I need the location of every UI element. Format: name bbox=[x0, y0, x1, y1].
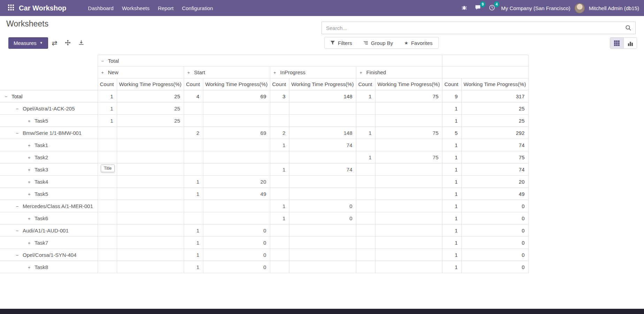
pivot-row-label: Audi/A1/1-AUD-001 bbox=[23, 228, 69, 233]
pivot-cell: 1 bbox=[442, 237, 461, 249]
pivot-row-header[interactable]: −Total bbox=[0, 90, 98, 102]
pivot-cell bbox=[117, 261, 184, 273]
measure-header[interactable]: Count bbox=[270, 78, 289, 90]
pivot-cell bbox=[356, 102, 375, 115]
measure-header[interactable]: Count bbox=[184, 78, 203, 90]
activities-badge: 4 bbox=[494, 1, 500, 7]
pivot-cell bbox=[375, 224, 442, 237]
pivot-table-row: −Opel/Corsa/1-SYN-4041010 bbox=[0, 249, 528, 261]
measure-header[interactable]: Working Time Progress(%) bbox=[375, 78, 442, 90]
search-button[interactable] bbox=[625, 25, 631, 31]
bar-chart-view-button[interactable] bbox=[623, 38, 637, 48]
measure-header[interactable]: Working Time Progress(%) bbox=[203, 78, 270, 90]
pivot-cell: 1 bbox=[442, 200, 461, 212]
pivot-table-row: +Task61010 bbox=[0, 212, 528, 224]
messages-button[interactable]: 9 bbox=[473, 3, 483, 13]
avatar[interactable] bbox=[575, 3, 585, 13]
pivot-row-label: Task2 bbox=[35, 154, 48, 160]
pivot-row-label: Task7 bbox=[35, 240, 48, 246]
apps-menu-button[interactable] bbox=[5, 2, 17, 14]
pivot-cell bbox=[184, 200, 203, 212]
pivot-cell bbox=[203, 200, 270, 212]
pivot-col-header-start[interactable]: +Start bbox=[184, 67, 270, 78]
filters-button[interactable]: Filters bbox=[325, 37, 358, 48]
measures-button[interactable]: Measures ▼ bbox=[8, 37, 48, 49]
pivot-col-header-finished[interactable]: +Finished bbox=[356, 67, 442, 78]
pivot-view-button[interactable] bbox=[610, 38, 623, 48]
nav-item-report[interactable]: Report bbox=[154, 2, 178, 14]
collapse-icon: − bbox=[15, 131, 19, 136]
pivot-row-header[interactable]: −Audi/A1/1-AUD-001 bbox=[0, 224, 98, 237]
pivot-row-header[interactable]: +Task2 bbox=[0, 151, 98, 163]
pivot-cell bbox=[289, 261, 356, 273]
pivot-corner-cell bbox=[0, 55, 98, 90]
nav-item-configuration[interactable]: Configuration bbox=[178, 2, 217, 14]
measure-header[interactable]: Working Time Progress(%) bbox=[289, 78, 356, 90]
pivot-cell bbox=[356, 115, 375, 127]
app-title[interactable]: Car Workshop bbox=[19, 4, 66, 12]
pivot-cell: 0 bbox=[289, 200, 356, 212]
pivot-cell bbox=[98, 200, 117, 212]
flip-axis-button[interactable]: ⇄ bbox=[50, 38, 60, 48]
pivot-row-header[interactable]: −Opel/Corsa/1-SYN-404 bbox=[0, 249, 98, 261]
pivot-cell bbox=[375, 176, 442, 188]
company-selector[interactable]: My Company (San Francisco) bbox=[501, 5, 570, 11]
pivot-cell: 3 bbox=[270, 90, 289, 102]
measure-header[interactable]: Working Time Progress(%) bbox=[117, 78, 184, 90]
expand-all-icon bbox=[65, 40, 71, 47]
measure-header[interactable]: Working Time Progress(%) bbox=[461, 78, 528, 90]
pivot-row-header[interactable]: +Task8 bbox=[0, 261, 98, 273]
pivot-row-header[interactable]: +Task5 bbox=[0, 115, 98, 127]
pivot-cell: 148 bbox=[289, 127, 356, 139]
pivot-row-header[interactable]: +Task6 bbox=[0, 212, 98, 224]
pivot-cell: 75 bbox=[375, 151, 442, 163]
expand-all-button[interactable] bbox=[63, 38, 73, 48]
pivot-cell: 49 bbox=[461, 188, 528, 200]
user-menu[interactable]: Mitchell Admin (db15) bbox=[589, 5, 639, 11]
group-by-button[interactable]: Group By bbox=[358, 37, 399, 48]
pivot-cell bbox=[375, 237, 442, 249]
pivot-cell bbox=[203, 115, 270, 127]
pivot-cell bbox=[117, 139, 184, 151]
nav-item-worksheets[interactable]: Worksheets bbox=[118, 2, 154, 14]
expand-icon: + bbox=[27, 240, 31, 246]
download-button[interactable] bbox=[76, 38, 86, 48]
pivot-cell: 1 bbox=[184, 237, 203, 249]
nav-item-dashboard[interactable]: Dashboard bbox=[84, 2, 118, 14]
pivot-cell bbox=[98, 127, 117, 139]
pivot-cell bbox=[117, 224, 184, 237]
pivot-table: −Total+New+Start+InProgress+FinishedCoun… bbox=[0, 55, 529, 273]
pivot-cell bbox=[270, 237, 289, 249]
pivot-cell bbox=[117, 188, 184, 200]
pivot-cell bbox=[289, 237, 356, 249]
pivot-cell bbox=[356, 176, 375, 188]
pivot-row-header[interactable]: +Task4 bbox=[0, 176, 98, 188]
expand-icon: + bbox=[27, 216, 31, 221]
star-icon: ★ bbox=[404, 41, 408, 45]
debug-button[interactable] bbox=[459, 3, 469, 13]
pivot-cell bbox=[289, 102, 356, 115]
pivot-col-header-new[interactable]: +New bbox=[98, 67, 184, 78]
pivot-cell: 5 bbox=[442, 127, 461, 139]
measure-header[interactable]: Count bbox=[442, 78, 461, 90]
pivot-col-header-inprogress[interactable]: +InProgress bbox=[270, 67, 356, 78]
pivot-cell: 0 bbox=[203, 224, 270, 237]
pivot-row-header[interactable]: +Task1 bbox=[0, 139, 98, 151]
pivot-row-header[interactable]: −Mercedes/Class A/1-MER-001 bbox=[0, 200, 98, 212]
pivot-cell bbox=[289, 115, 356, 127]
measure-header[interactable]: Count bbox=[356, 78, 375, 90]
measure-header[interactable]: Count bbox=[98, 78, 117, 90]
flip-axis-icon: ⇄ bbox=[52, 40, 58, 46]
pivot-row-header[interactable]: −Opel/Astra/1-ACK-205 bbox=[0, 102, 98, 115]
pivot-row-header[interactable]: +Task7 bbox=[0, 237, 98, 249]
search-input[interactable] bbox=[321, 22, 636, 34]
pivot-row-header[interactable]: +Task3 bbox=[0, 163, 98, 176]
activities-button[interactable]: 4 bbox=[487, 3, 497, 13]
pivot-cell bbox=[203, 212, 270, 224]
pivot-table-row: +Task1174174 bbox=[0, 139, 528, 151]
pivot-col-header-total[interactable]: −Total bbox=[98, 55, 442, 67]
pivot-row-header[interactable]: +Task5 bbox=[0, 188, 98, 200]
pivot-row-header[interactable]: −Bmw/Serie 1/1-BMW-001 bbox=[0, 127, 98, 139]
favorites-button[interactable]: ★ Favorites bbox=[399, 37, 438, 48]
pivot-cell: 20 bbox=[203, 176, 270, 188]
